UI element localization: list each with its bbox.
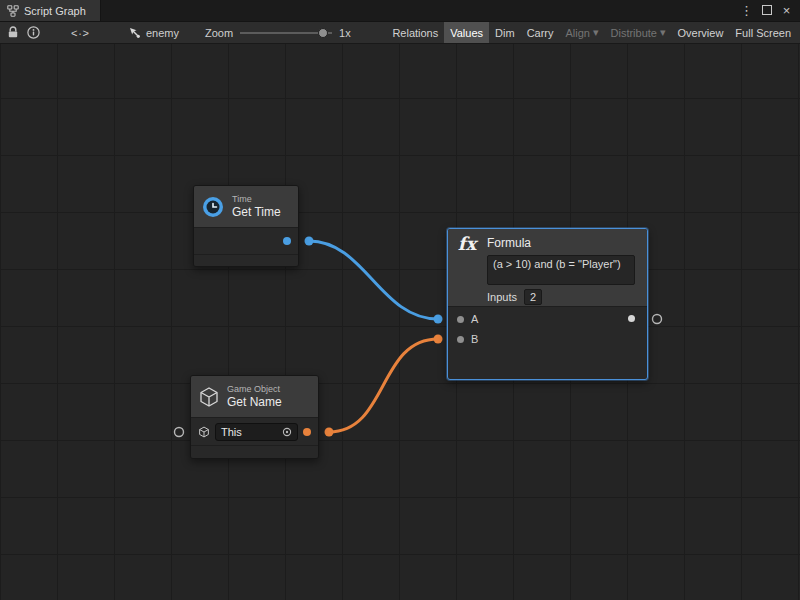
node-get-name-body: This — [191, 418, 318, 445]
lock-button[interactable] — [3, 22, 23, 44]
code-view-button[interactable]: <∙> — [71, 27, 90, 39]
node-get-name[interactable]: Game Object Get Name This — [190, 375, 319, 459]
node-title: Formula — [487, 236, 531, 250]
node-formula[interactable]: fx Formula (a > 10) and (b = "Player") I… — [447, 228, 648, 380]
graph-toolbar: <∙> enemy Zoom 1x Relations Values Dim C… — [0, 22, 800, 44]
node-get-time[interactable]: Time Get Time — [193, 185, 299, 267]
carry-button[interactable]: Carry — [521, 22, 560, 43]
node-title: Get Time — [232, 205, 281, 219]
window-controls: ⋮ × — [738, 0, 800, 21]
node-category: Game Object — [227, 384, 282, 395]
target-object-field[interactable]: This — [215, 423, 298, 441]
formula-fx-icon: fx — [454, 233, 480, 254]
zoom-control: Zoom 1x — [205, 27, 351, 39]
node-get-time-footer — [194, 254, 298, 266]
formula-port-row-a: A — [448, 310, 647, 328]
window-close-button[interactable]: × — [778, 0, 795, 21]
cube-icon-small — [198, 426, 210, 438]
distribute-dropdown[interactable]: Distribute ▾ — [605, 22, 672, 43]
chevron-down-icon: ▾ — [593, 26, 599, 39]
node-get-time-header: Time Get Time — [194, 186, 298, 228]
clock-icon — [201, 195, 225, 219]
tab-title: Script Graph — [24, 5, 86, 17]
cube-icon — [198, 386, 220, 408]
target-object-value: This — [221, 426, 279, 438]
get-time-output-port[interactable] — [283, 237, 291, 245]
formula-inputs-count-input[interactable]: 2 — [524, 289, 542, 305]
graph-canvas[interactable] — [0, 44, 800, 600]
full-screen-button[interactable]: Full Screen — [729, 22, 797, 43]
graph-pointer-icon — [128, 26, 141, 39]
port-b-label: B — [471, 333, 478, 345]
formula-output-port[interactable] — [628, 315, 635, 322]
window-menu-button[interactable]: ⋮ — [738, 0, 755, 21]
info-button[interactable] — [23, 22, 43, 44]
script-graph-icon — [7, 5, 19, 17]
align-dropdown[interactable]: Align ▾ — [560, 22, 605, 43]
values-button[interactable]: Values — [444, 22, 489, 43]
graph-reference[interactable]: enemy — [128, 26, 179, 39]
node-get-name-header: Game Object Get Name — [191, 376, 318, 418]
titlebar: Script Graph ⋮ × — [0, 0, 800, 22]
formula-input-port-b[interactable] — [457, 336, 464, 343]
object-picker-icon — [282, 427, 292, 437]
relations-button[interactable]: Relations — [386, 22, 444, 43]
zoom-slider-handle[interactable] — [318, 28, 328, 38]
formula-port-row-b: B — [448, 330, 647, 348]
chevron-down-icon: ▾ — [660, 26, 666, 39]
port-a-label: A — [471, 313, 478, 325]
script-graph-window: Script Graph ⋮ × <∙> — [0, 0, 800, 600]
dim-button[interactable]: Dim — [489, 22, 521, 43]
formula-expression-input[interactable]: (a > 10) and (b = "Player") — [487, 255, 635, 285]
formula-inputs-label: Inputs — [487, 291, 517, 303]
maximize-icon — [762, 5, 772, 15]
overview-button[interactable]: Overview — [672, 22, 730, 43]
graph-name-label: enemy — [146, 27, 179, 39]
toolbar-buttons: Relations Values Dim Carry Align ▾ Distr… — [386, 22, 797, 43]
tab-script-graph[interactable]: Script Graph — [0, 0, 101, 21]
get-name-output-port[interactable] — [303, 428, 311, 436]
lock-icon — [7, 26, 19, 39]
node-get-name-footer — [191, 445, 318, 458]
node-formula-header: fx Formula (a > 10) and (b = "Player") I… — [448, 229, 647, 307]
node-get-time-body — [194, 228, 298, 254]
zoom-value: 1x — [339, 27, 351, 39]
node-title: Get Name — [227, 395, 282, 409]
formula-input-port-a[interactable] — [457, 316, 464, 323]
zoom-label: Zoom — [205, 27, 233, 39]
window-maximize-button[interactable] — [758, 0, 775, 21]
node-category: Time — [232, 194, 281, 205]
info-icon — [27, 26, 40, 39]
zoom-slider[interactable] — [240, 27, 332, 39]
